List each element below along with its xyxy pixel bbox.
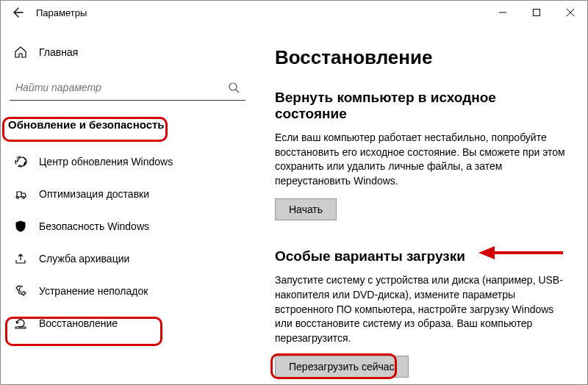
section-reset-heading: Вернуть компьютер в исходное состояние bbox=[275, 90, 567, 122]
maximize-button[interactable] bbox=[520, 1, 553, 24]
titlebar: Параметры bbox=[1, 1, 587, 24]
search-box[interactable] bbox=[10, 74, 245, 101]
sidebar-item-recovery[interactable]: Восстановление bbox=[1, 307, 254, 339]
backup-icon bbox=[14, 252, 27, 265]
minimize-button[interactable] bbox=[486, 1, 520, 24]
update-icon bbox=[14, 155, 27, 168]
sidebar-category[interactable]: Обновление и безопасность bbox=[1, 111, 254, 138]
sidebar-home[interactable]: Главная bbox=[1, 37, 254, 67]
home-icon bbox=[14, 46, 27, 59]
sidebar-item-troubleshoot[interactable]: Устранение неполадок bbox=[1, 275, 254, 307]
minimize-icon bbox=[499, 9, 506, 16]
back-button[interactable] bbox=[10, 4, 27, 21]
sidebar-item-label: Безопасность Windows bbox=[39, 220, 149, 232]
back-arrow-icon bbox=[12, 7, 24, 18]
restart-now-button[interactable]: Перезагрузить сейчас bbox=[275, 356, 409, 378]
sidebar-item-label: Центр обновления Windows bbox=[39, 156, 173, 168]
close-icon bbox=[567, 9, 574, 16]
section-advanced-heading: Особые варианты загрузки bbox=[275, 248, 567, 265]
svg-rect-0 bbox=[534, 10, 540, 16]
sidebar-item-windows-update[interactable]: Центр обновления Windows bbox=[1, 145, 254, 178]
svg-point-4 bbox=[23, 197, 25, 199]
sidebar-item-label: Восстановление bbox=[39, 317, 118, 329]
window-controls bbox=[486, 1, 587, 24]
sidebar: Главная Обновление и безопасность Центр … bbox=[1, 24, 254, 384]
sidebar-item-label: Служба архивации bbox=[39, 253, 129, 265]
sidebar-home-label: Главная bbox=[39, 46, 78, 58]
sidebar-item-backup[interactable]: Служба архивации bbox=[1, 242, 254, 275]
reset-start-button[interactable]: Начать bbox=[275, 198, 337, 220]
svg-rect-5 bbox=[15, 327, 26, 328]
sidebar-item-label: Устранение неполадок bbox=[39, 285, 148, 297]
page-title: Восстановление bbox=[275, 46, 567, 69]
window-title: Параметры bbox=[36, 7, 87, 18]
section-advanced-body: Запустите систему с устройства или диска… bbox=[275, 273, 567, 345]
recovery-icon bbox=[14, 317, 27, 330]
shield-icon bbox=[14, 220, 27, 233]
search-input[interactable] bbox=[15, 82, 228, 93]
maximize-icon bbox=[533, 9, 540, 16]
sidebar-item-delivery-optimization[interactable]: Оптимизация доставки bbox=[1, 178, 254, 210]
svg-point-3 bbox=[17, 197, 19, 199]
search-icon bbox=[228, 82, 240, 93]
main-panel: Восстановление Вернуть компьютер в исход… bbox=[254, 24, 587, 384]
sidebar-item-windows-security[interactable]: Безопасность Windows bbox=[1, 210, 254, 242]
close-button[interactable] bbox=[553, 1, 587, 24]
sidebar-item-label: Оптимизация доставки bbox=[39, 188, 149, 200]
troubleshoot-icon bbox=[14, 284, 27, 298]
section-reset-body: Если ваш компьютер работает нестабильно,… bbox=[275, 131, 567, 188]
svg-point-1 bbox=[229, 83, 237, 90]
delivery-icon bbox=[14, 187, 27, 201]
